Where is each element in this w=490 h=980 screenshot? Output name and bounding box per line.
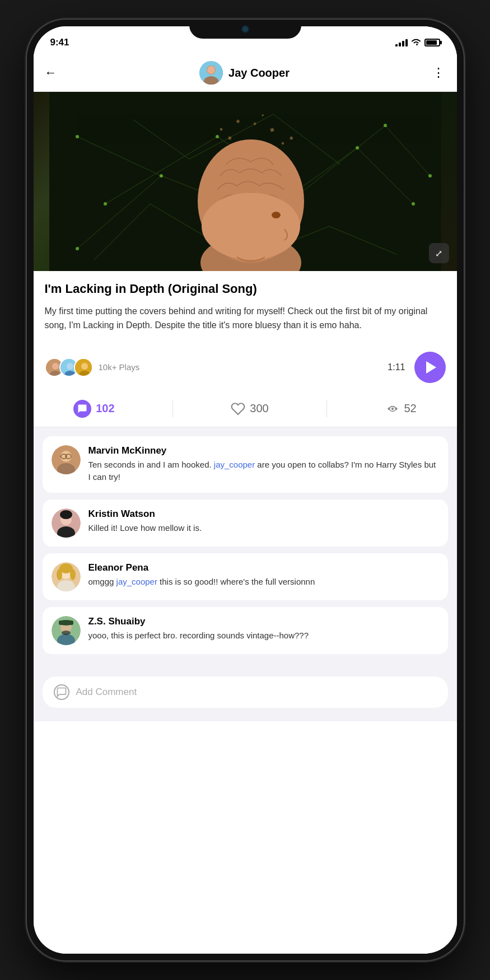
like-stat[interactable]: 300 <box>231 402 268 416</box>
comment-stat[interactable]: 102 <box>73 400 114 418</box>
svg-rect-77 <box>59 620 73 625</box>
repost-stat[interactable]: 52 <box>385 402 417 416</box>
svg-point-3 <box>207 66 215 74</box>
svg-point-28 <box>216 135 219 138</box>
avatar <box>52 616 81 645</box>
svg-point-78 <box>62 631 71 635</box>
post-description: My first time putting the covers behind … <box>45 304 446 333</box>
status-icons <box>395 38 440 48</box>
svg-point-27 <box>104 202 107 206</box>
svg-point-72 <box>70 569 76 580</box>
stat-divider-1 <box>172 400 173 417</box>
svg-point-66 <box>60 510 72 519</box>
heart-icon <box>231 402 245 416</box>
expand-icon: ⤢ <box>435 248 442 259</box>
listener-avatars <box>45 358 93 377</box>
repost-icon <box>385 402 400 416</box>
commenter-name: Kristin Watson <box>88 508 439 520</box>
audio-player: 10k+ Plays 1:11 <box>34 343 457 392</box>
post-image: ⤢ <box>34 92 457 271</box>
comment-placeholder: Add Comment <box>76 687 137 698</box>
avatar <box>52 508 81 538</box>
nav-user-info: Jay Cooper <box>199 61 290 85</box>
svg-point-30 <box>384 124 387 127</box>
commenter-name: Z.S. Shuaiby <box>88 616 439 627</box>
comment-content: Eleanor Pena omggg jay_cooper this is so… <box>88 562 439 589</box>
list-item: Marvin McKinney Ten seconds in and I am … <box>43 436 448 493</box>
commenter-name: Marvin McKinney <box>88 445 439 456</box>
like-count: 300 <box>250 402 268 415</box>
avatar <box>199 61 223 85</box>
comment-content: Kristin Watson Killed it! Love how mello… <box>88 508 439 535</box>
svg-point-51 <box>81 363 88 370</box>
add-comment-bar: Add Comment <box>34 670 457 721</box>
stat-divider-2 <box>326 400 327 417</box>
back-button[interactable]: ← <box>45 66 57 80</box>
wifi-icon <box>411 38 421 48</box>
comments-section: Marvin McKinney Ten seconds in and I am … <box>34 427 457 670</box>
mention-link[interactable]: jay_cooper <box>214 460 255 469</box>
svg-point-26 <box>76 135 79 138</box>
listener-avatar-3 <box>74 358 93 377</box>
svg-point-54 <box>391 408 393 410</box>
play-icon <box>426 361 436 374</box>
comment-text: Ten seconds in and I am hooked. jay_coop… <box>88 459 439 484</box>
svg-point-21 <box>76 247 79 250</box>
avatar <box>52 445 81 474</box>
post-body: I'm Lacking in Depth (Original Song) My … <box>34 271 457 343</box>
more-options-button[interactable]: ⋮ <box>432 66 446 80</box>
svg-point-24 <box>356 146 359 150</box>
play-count: 10k+ Plays <box>99 362 140 372</box>
expand-button[interactable]: ⤢ <box>429 243 449 263</box>
stats-row: 102 300 <box>34 392 457 427</box>
audio-duration: 1:11 <box>388 362 405 372</box>
svg-point-34 <box>202 193 300 260</box>
comment-count: 102 <box>96 402 114 415</box>
comment-content: Marvin McKinney Ten seconds in and I am … <box>88 445 439 484</box>
svg-point-71 <box>57 569 62 580</box>
comment-bubble-icon <box>54 684 69 700</box>
mention-link[interactable]: jay_cooper <box>116 577 157 586</box>
comment-text: Killed it! Love how mellow it is. <box>88 522 439 535</box>
nav-header: ← Jay Cooper ⋮ <box>34 54 457 92</box>
repost-count: 52 <box>404 402 417 415</box>
svg-point-48 <box>67 363 73 370</box>
svg-point-25 <box>412 202 415 206</box>
avatar <box>52 562 81 591</box>
add-comment-input[interactable]: Add Comment <box>43 676 448 708</box>
comment-icon <box>73 400 91 418</box>
audio-controls: 1:11 <box>388 352 445 383</box>
battery-icon <box>424 39 440 46</box>
svg-point-22 <box>160 174 163 178</box>
svg-rect-39 <box>281 142 284 145</box>
signal-icon <box>395 39 408 46</box>
comment-text: omggg jay_cooper this is so good!! where… <box>88 576 439 589</box>
list-item: Eleanor Pena omggg jay_cooper this is so… <box>43 553 448 600</box>
play-button[interactable] <box>414 352 446 383</box>
list-item: Kristin Watson Killed it! Love how mello… <box>43 500 448 547</box>
status-time: 9:41 <box>50 37 69 48</box>
list-item: Z.S. Shuaiby yooo, this is perfect bro. … <box>43 607 448 654</box>
svg-point-45 <box>52 363 59 370</box>
main-content: ← Jay Cooper ⋮ <box>34 54 457 954</box>
svg-point-35 <box>272 212 281 218</box>
commenter-name: Eleanor Pena <box>88 562 439 573</box>
comment-content: Z.S. Shuaiby yooo, this is perfect bro. … <box>88 616 439 642</box>
svg-point-31 <box>428 174 432 178</box>
post-title: I'm Lacking in Depth (Original Song) <box>45 281 446 297</box>
comment-text: yooo, this is perfect bro. recording sou… <box>88 629 439 642</box>
user-name: Jay Cooper <box>228 67 290 80</box>
